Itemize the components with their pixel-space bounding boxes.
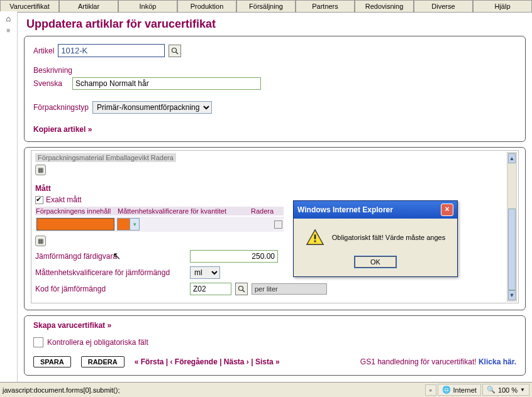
status-zone-internet: 🌐 Internet [438,384,481,396]
radera-button[interactable]: RADERA [81,356,125,367]
menu-redovisning[interactable]: Redovisning [355,0,414,12]
zoom-icon: 🔍 [487,386,496,394]
gs1-help-text: GS1 handledning för varucertifikat! Klic… [360,357,516,366]
column-headers: Förpackningens innehåll Måttenhetskvalif… [35,207,284,215]
menu-forsaljning[interactable]: Försäljning [236,0,296,12]
radera-row-checkbox[interactable] [274,220,282,229]
scroll-down-icon[interactable]: ▼ [508,290,516,300]
svenska-label: Svenska [33,79,69,88]
jamformangd-input[interactable] [190,250,278,263]
scroll-thumb[interactable] [508,209,516,290]
add-row-button-2[interactable]: ▦ [35,236,46,246]
forpackning-input-highlight[interactable] [36,218,114,231]
add-row-button-1[interactable]: ▦ [35,165,46,175]
left-sidebar: ⌂ ≡ [0,11,18,382]
spara-button[interactable]: SPARA [33,356,71,367]
svg-rect-5 [314,234,316,239]
dialog-ok-button[interactable]: OK [355,256,396,268]
svg-point-0 [172,48,177,52]
jamformangd-label: Jämförmängd färdigvara [35,252,186,261]
warning-icon [306,229,324,246]
kontrollera-label: Kontrollera ej obligatoriska fält [47,338,148,347]
forpackningstyp-label: Förpackningstyp [33,103,89,112]
alert-dialog: Windows Internet Explorer × Obligatorisk… [293,200,458,277]
gs1-klicka-link[interactable]: Klicka här. [479,357,516,366]
globe-icon: 🌐 [442,386,451,394]
status-zoom[interactable]: 🔍 100 % ▼ [482,384,529,396]
dialog-message: Obligatoriskt fält! Värde måste anges [332,234,445,241]
menu-hjalp[interactable]: Hjälp [473,0,532,12]
kvalificerare-jfm-label: Måttenhetskvalificerare för jämförmängd [35,268,186,277]
page-title: Uppdatera artiklar för varucertifikat [24,15,526,36]
top-menu: Varucertifikat Artiklar Inköp Produktion… [0,0,532,13]
menu-varucertifikat[interactable]: Varucertifikat [0,0,59,12]
menu-inkop[interactable]: Inköp [118,0,177,12]
svg-line-3 [243,290,245,292]
home-icon[interactable]: ⌂ [0,14,17,23]
menu-lines-icon[interactable]: ≡ [0,27,17,34]
form-panel: Artikel Beskrivning Svenska Förpacknings… [24,36,526,142]
status-left-text: javascript:document.forms[0].submit(); [3,386,119,394]
beskrivning-label: Beskrivning [33,66,72,75]
forpackningstyp-select[interactable]: Primär-/konsumentförpackning [92,101,212,114]
dialog-titlebar[interactable]: Windows Internet Explorer × [294,201,457,219]
scroll-up-icon[interactable]: ▲ [508,153,516,163]
kontrollera-checkbox[interactable] [33,337,43,347]
svg-rect-6 [314,241,316,242]
page-icon: ▫ [429,386,432,394]
kod-label: Kod för jämförmängd [35,285,186,293]
pager-links[interactable]: « Första | ‹ Föregående | Nästa › | Sist… [135,357,280,366]
col-forpackning: Förpackningens innehåll [36,207,116,215]
kod-search-icon[interactable] [235,283,248,295]
panel-scrollbar[interactable]: ▲ ▼ [507,152,517,302]
col-radera: Radera [251,207,274,215]
col-kvalificerare: Måttenhetskvalificerare för kvantitet [118,207,250,215]
kod-input[interactable] [190,283,231,295]
greyed-columns-header: Förpackningsmaterial Emballagevikt Rader… [35,153,176,162]
menu-artiklar[interactable]: Artiklar [59,0,118,12]
svg-line-1 [176,52,178,54]
exakt-matt-checkbox[interactable] [35,196,43,204]
artikel-input[interactable] [58,44,165,57]
kopiera-artikel-link[interactable]: Kopiera artikel » [33,125,92,134]
kod-readonly-text: per liter [252,283,327,295]
dialog-close-icon[interactable]: × [441,204,453,216]
status-cell-1: ▫ [425,384,436,396]
menu-partners[interactable]: Partners [296,0,355,12]
svg-point-2 [239,286,243,291]
dialog-title: Windows Internet Explorer [297,205,393,214]
kvalificerare-dropdown-highlight[interactable]: ▾ [117,218,140,231]
artikel-label: Artikel [33,46,54,55]
skapa-varucertifikat-link[interactable]: Skapa varucertifikat » [33,321,111,330]
artikel-search-icon[interactable] [169,45,181,57]
bottom-panel: Skapa varucertifikat » Kontrollera ej ob… [24,315,526,376]
svenska-input[interactable] [72,77,261,90]
menu-diverse[interactable]: Diverse [414,0,473,12]
kvalificerare-jfm-select[interactable]: ml [190,266,220,279]
status-bar: javascript:document.forms[0].submit(); ▫… [0,382,532,397]
main-area: Uppdatera artiklar för varucertifikat Ar… [18,11,532,382]
exakt-matt-label: Exakt mått [46,195,82,204]
matt-header: Mått [35,184,51,193]
menu-produktion[interactable]: Produktion [177,0,236,12]
